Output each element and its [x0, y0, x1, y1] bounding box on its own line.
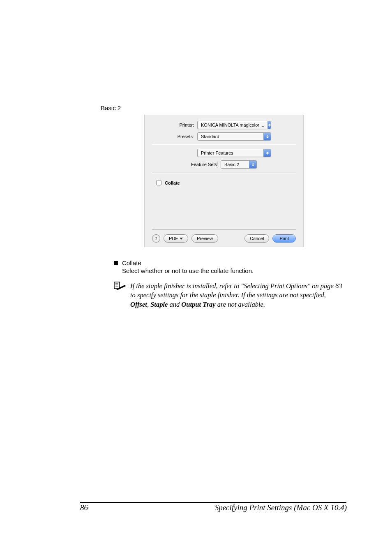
- note-sep2: and: [168, 301, 181, 308]
- divider: [152, 173, 296, 173]
- note-sep1: ,: [147, 301, 150, 308]
- print-button[interactable]: Print: [272, 234, 296, 243]
- note-post: are not available.: [216, 301, 265, 308]
- pane-select-value: Printer Features: [198, 150, 237, 155]
- note-output: Output Tray: [181, 301, 215, 308]
- presets-select-value: Standard: [198, 134, 223, 139]
- note-offset: Offset: [130, 301, 147, 308]
- cancel-button[interactable]: Cancel: [244, 234, 269, 243]
- printer-select[interactable]: KONICA MINOLTA magicolor ...: [197, 121, 271, 129]
- help-button[interactable]: ?: [152, 234, 160, 243]
- divider: [152, 229, 296, 230]
- preview-button[interactable]: Preview: [191, 234, 218, 243]
- bullet-title: Collate: [122, 259, 141, 266]
- feature-sets-label: Feature Sets:: [191, 162, 218, 167]
- bullet-icon: [114, 261, 118, 265]
- printer-label: Printer:: [152, 123, 197, 127]
- svg-rect-0: [114, 282, 120, 289]
- bullet-subtext: Select whether or not to use the collate…: [122, 267, 347, 274]
- dropdown-arrows-icon: [249, 161, 256, 168]
- collate-label: Collate: [165, 180, 180, 185]
- pane-select[interactable]: Printer Features: [197, 149, 271, 157]
- printer-select-value: KONICA MINOLTA magicolor ...: [198, 123, 267, 127]
- dropdown-arrows-icon: [263, 149, 271, 157]
- footer-title: Specifying Print Settings (Mac OS X 10.4…: [215, 503, 347, 512]
- note-icon: [114, 282, 126, 309]
- feature-sets-select[interactable]: Basic 2: [221, 160, 257, 169]
- note-staple: Staple: [150, 301, 168, 308]
- options-area: Collate: [152, 178, 296, 229]
- print-dialog: Printer: KONICA MINOLTA magicolor ... Pr…: [144, 115, 304, 247]
- presets-label: Presets:: [152, 134, 197, 139]
- triangle-down-icon: [180, 238, 183, 240]
- checkbox-icon: [156, 180, 161, 185]
- presets-select[interactable]: Standard: [197, 132, 271, 141]
- footer-rule: [80, 502, 346, 503]
- dropdown-arrows-icon: [267, 121, 271, 129]
- note-text: If the staple finisher is installed, ref…: [130, 282, 344, 309]
- caption-basic2: Basic 2: [101, 104, 347, 111]
- pdf-label: PDF: [169, 236, 178, 241]
- pdf-button[interactable]: PDF: [164, 234, 188, 243]
- collate-checkbox[interactable]: Collate: [156, 180, 180, 185]
- dropdown-arrows-icon: [263, 133, 271, 140]
- page-number: 86: [80, 503, 88, 512]
- divider: [152, 144, 296, 145]
- feature-sets-value: Basic 2: [221, 162, 242, 167]
- note-pre: If the staple finisher is installed, ref…: [130, 282, 342, 299]
